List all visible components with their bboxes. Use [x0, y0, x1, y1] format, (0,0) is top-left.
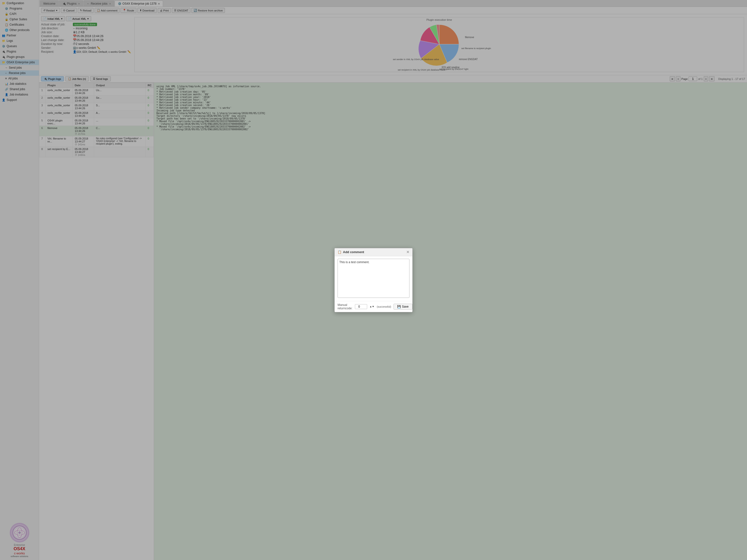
modal-body	[335, 256, 412, 301]
returncode-spinner: ▲▼	[369, 305, 375, 308]
comment-textarea[interactable]	[338, 259, 409, 298]
modal-overlay[interactable]: 📋 Add comment ✕ Manual returncode: ▲▼ (s…	[0, 0, 747, 560]
modal-footer: Manual returncode: ▲▼ (successful) 💾 Sav…	[335, 301, 412, 312]
modal-title-icon: 📋	[338, 250, 341, 254]
returncode-status: (successful)	[377, 305, 391, 308]
returncode-label: Manual returncode:	[338, 303, 353, 310]
save-button[interactable]: 💾 Save	[393, 304, 412, 310]
modal-header: 📋 Add comment ✕	[335, 248, 412, 256]
save-icon: 💾	[397, 305, 401, 308]
returncode-input[interactable]	[355, 304, 367, 309]
modal-close-button[interactable]: ✕	[406, 250, 409, 254]
modal-title: 📋 Add comment	[338, 250, 364, 254]
add-comment-modal: 📋 Add comment ✕ Manual returncode: ▲▼ (s…	[334, 248, 413, 312]
